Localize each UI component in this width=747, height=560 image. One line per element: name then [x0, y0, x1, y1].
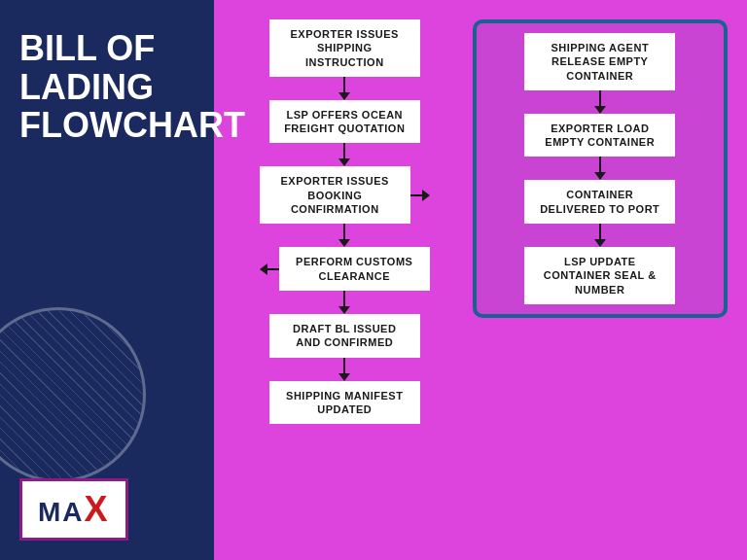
logo-text: MAX: [38, 497, 110, 527]
r-arrow-2: [594, 157, 606, 180]
arrow-3: [338, 224, 350, 247]
right-panel: EXPORTER ISSUES SHIPPING INSTRUCTION LSP…: [214, 0, 747, 560]
flowchart-wrapper: EXPORTER ISSUES SHIPPING INSTRUCTION LSP…: [229, 19, 728, 424]
right-connector: [410, 190, 430, 201]
arrow-4: [338, 291, 350, 314]
flow-rbox-1: SHIPPING AGENT RELEASE EMPTY CONTAINER: [524, 33, 675, 90]
circle-decoration: [0, 307, 146, 482]
right-flow-column: SHIPPING AGENT RELEASE EMPTY CONTAINER E…: [473, 19, 729, 318]
r-arrow-1: [594, 90, 606, 114]
arrow-2: [338, 143, 350, 166]
title-block: BILL OFLADINGFLOWCHART: [19, 29, 245, 145]
r-arrow-3: [594, 224, 606, 247]
left-flow-column: EXPORTER ISSUES SHIPPING INSTRUCTION LSP…: [229, 19, 461, 424]
page-title: BILL OFLADINGFLOWCHART: [19, 29, 245, 145]
flow-box-6: SHIPPING MANIFEST UPDATED: [269, 381, 420, 425]
flow-rbox-4: LSP UPDATE CONTAINER SEAL & NUMBER: [524, 247, 675, 304]
arrow-1: [338, 77, 350, 100]
flow-box-3: EXPORTER ISSUES BOOKING CONFIRMATION: [260, 166, 410, 224]
logo-box: MAX: [19, 478, 128, 541]
flow-box-5: DRAFT BL ISSUED AND CONFIRMED: [269, 314, 420, 358]
flow-rbox-3: CONTAINER DELIVERED TO PORT: [524, 180, 675, 224]
flow-box-1: EXPORTER ISSUES SHIPPING INSTRUCTION: [269, 19, 420, 77]
left-connector: [260, 263, 279, 275]
left-panel: BILL OFLADINGFLOWCHART MAX: [0, 0, 214, 560]
box3-row: EXPORTER ISSUES BOOKING CONFIRMATION: [260, 166, 430, 224]
flow-box-4: PERFORM CUSTOMS CLEARANCE: [279, 247, 430, 291]
flow-rbox-2: EXPORTER LOAD EMPTY CONTAINER: [524, 114, 675, 158]
arrow-5: [338, 358, 350, 381]
box4-row: PERFORM CUSTOMS CLEARANCE: [260, 247, 430, 291]
flow-box-2: LSP OFFERS OCEAN FREIGHT QUOTATION: [269, 100, 420, 144]
